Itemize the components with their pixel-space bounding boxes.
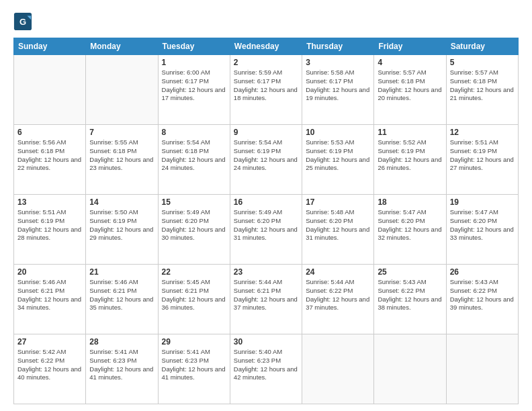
calendar-cell: 29Sunrise: 5:41 AM Sunset: 6:23 PM Dayli…	[158, 334, 230, 404]
day-info: Sunrise: 5:59 AM Sunset: 6:17 PM Dayligh…	[234, 68, 298, 103]
day-number: 17	[306, 197, 370, 207]
day-info: Sunrise: 5:47 AM Sunset: 6:20 PM Dayligh…	[378, 208, 442, 242]
calendar-cell: 23Sunrise: 5:44 AM Sunset: 6:21 PM Dayli…	[230, 265, 302, 334]
day-number: 29	[162, 337, 226, 347]
calendar-cell: 27Sunrise: 5:42 AM Sunset: 6:22 PM Dayli…	[14, 334, 86, 404]
day-info: Sunrise: 5:46 AM Sunset: 6:21 PM Dayligh…	[89, 278, 154, 312]
day-info: Sunrise: 5:46 AM Sunset: 6:21 PM Dayligh…	[17, 278, 82, 312]
calendar-cell: 4Sunrise: 5:57 AM Sunset: 6:18 PM Daylig…	[374, 55, 446, 125]
day-info: Sunrise: 5:51 AM Sunset: 6:19 PM Dayligh…	[17, 208, 82, 242]
calendar-cell: 25Sunrise: 5:43 AM Sunset: 6:22 PM Dayli…	[374, 265, 446, 334]
day-number: 10	[306, 128, 370, 137]
week-row-4: 20Sunrise: 5:46 AM Sunset: 6:21 PM Dayli…	[14, 265, 519, 334]
calendar-cell: 22Sunrise: 5:45 AM Sunset: 6:21 PM Dayli…	[158, 265, 230, 334]
day-info: Sunrise: 5:44 AM Sunset: 6:21 PM Dayligh…	[234, 278, 298, 312]
weekday-header-saturday: Saturday	[446, 38, 518, 55]
day-info: Sunrise: 5:57 AM Sunset: 6:18 PM Dayligh…	[378, 68, 442, 103]
day-info: Sunrise: 5:49 AM Sunset: 6:20 PM Dayligh…	[234, 208, 298, 242]
calendar-cell: 5Sunrise: 5:57 AM Sunset: 6:18 PM Daylig…	[446, 55, 518, 125]
svg-text:G: G	[19, 17, 26, 27]
week-row-2: 6Sunrise: 5:56 AM Sunset: 6:18 PM Daylig…	[14, 125, 519, 195]
day-number: 3	[306, 58, 370, 67]
calendar-cell: 3Sunrise: 5:58 AM Sunset: 6:17 PM Daylig…	[302, 55, 374, 125]
day-info: Sunrise: 5:42 AM Sunset: 6:22 PM Dayligh…	[17, 348, 82, 382]
calendar-cell: 9Sunrise: 5:54 AM Sunset: 6:19 PM Daylig…	[230, 125, 302, 195]
day-info: Sunrise: 5:54 AM Sunset: 6:19 PM Dayligh…	[234, 138, 298, 173]
day-number: 8	[162, 128, 226, 137]
day-info: Sunrise: 5:58 AM Sunset: 6:17 PM Dayligh…	[306, 68, 370, 103]
day-info: Sunrise: 5:53 AM Sunset: 6:19 PM Dayligh…	[306, 138, 370, 173]
day-number: 2	[234, 58, 298, 67]
calendar-cell: 16Sunrise: 5:49 AM Sunset: 6:20 PM Dayli…	[230, 195, 302, 265]
calendar-cell: 2Sunrise: 5:59 AM Sunset: 6:17 PM Daylig…	[230, 55, 302, 125]
day-number: 18	[378, 197, 442, 207]
calendar-cell: 20Sunrise: 5:46 AM Sunset: 6:21 PM Dayli…	[14, 265, 86, 334]
weekday-header-tuesday: Tuesday	[158, 38, 230, 55]
day-info: Sunrise: 5:56 AM Sunset: 6:18 PM Dayligh…	[17, 138, 82, 173]
calendar-cell: 8Sunrise: 5:54 AM Sunset: 6:18 PM Daylig…	[158, 125, 230, 195]
calendar-cell: 24Sunrise: 5:44 AM Sunset: 6:22 PM Dayli…	[302, 265, 374, 334]
day-number: 19	[450, 197, 515, 207]
header: G	[13, 12, 519, 31]
day-number: 24	[306, 267, 370, 277]
calendar-cell: 1Sunrise: 6:00 AM Sunset: 6:17 PM Daylig…	[158, 55, 230, 125]
day-number: 26	[450, 267, 515, 277]
calendar-cell	[14, 55, 86, 125]
calendar-cell: 15Sunrise: 5:49 AM Sunset: 6:20 PM Dayli…	[158, 195, 230, 265]
day-number: 28	[89, 337, 154, 347]
calendar-cell: 12Sunrise: 5:51 AM Sunset: 6:19 PM Dayli…	[446, 125, 518, 195]
week-row-1: 1Sunrise: 6:00 AM Sunset: 6:17 PM Daylig…	[14, 55, 519, 125]
calendar-cell: 26Sunrise: 5:43 AM Sunset: 6:22 PM Dayli…	[446, 265, 518, 334]
week-row-5: 27Sunrise: 5:42 AM Sunset: 6:22 PM Dayli…	[14, 334, 519, 404]
day-info: Sunrise: 6:00 AM Sunset: 6:17 PM Dayligh…	[162, 68, 226, 103]
day-number: 21	[89, 267, 154, 277]
day-number: 9	[234, 128, 298, 137]
calendar-table: SundayMondayTuesdayWednesdayThursdayFrid…	[13, 38, 519, 404]
day-number: 22	[162, 267, 226, 277]
day-number: 6	[17, 128, 82, 137]
day-info: Sunrise: 5:43 AM Sunset: 6:22 PM Dayligh…	[378, 278, 442, 312]
day-number: 14	[89, 197, 154, 207]
day-info: Sunrise: 5:51 AM Sunset: 6:19 PM Dayligh…	[450, 138, 515, 173]
day-number: 11	[378, 128, 442, 137]
day-info: Sunrise: 5:45 AM Sunset: 6:21 PM Dayligh…	[162, 278, 226, 312]
logo: G	[13, 12, 34, 31]
weekday-header-thursday: Thursday	[302, 38, 374, 55]
day-number: 5	[450, 58, 515, 67]
weekday-header-monday: Monday	[86, 38, 158, 55]
day-number: 13	[17, 197, 82, 207]
day-number: 1	[162, 58, 226, 67]
day-number: 16	[234, 197, 298, 207]
calendar-cell	[446, 334, 518, 404]
calendar-cell: 14Sunrise: 5:50 AM Sunset: 6:19 PM Dayli…	[86, 195, 158, 265]
calendar-cell: 6Sunrise: 5:56 AM Sunset: 6:18 PM Daylig…	[14, 125, 86, 195]
day-info: Sunrise: 5:52 AM Sunset: 6:19 PM Dayligh…	[378, 138, 442, 173]
day-info: Sunrise: 5:43 AM Sunset: 6:22 PM Dayligh…	[450, 278, 515, 312]
day-info: Sunrise: 5:57 AM Sunset: 6:18 PM Dayligh…	[450, 68, 515, 103]
day-info: Sunrise: 5:54 AM Sunset: 6:18 PM Dayligh…	[162, 138, 226, 173]
day-info: Sunrise: 5:55 AM Sunset: 6:18 PM Dayligh…	[89, 138, 154, 173]
day-info: Sunrise: 5:49 AM Sunset: 6:20 PM Dayligh…	[162, 208, 226, 242]
weekday-header-row: SundayMondayTuesdayWednesdayThursdayFrid…	[14, 38, 519, 55]
day-info: Sunrise: 5:47 AM Sunset: 6:20 PM Dayligh…	[450, 208, 515, 242]
calendar-cell: 21Sunrise: 5:46 AM Sunset: 6:21 PM Dayli…	[86, 265, 158, 334]
week-row-3: 13Sunrise: 5:51 AM Sunset: 6:19 PM Dayli…	[14, 195, 519, 265]
weekday-header-wednesday: Wednesday	[230, 38, 302, 55]
calendar-cell	[86, 55, 158, 125]
calendar-cell: 30Sunrise: 5:40 AM Sunset: 6:23 PM Dayli…	[230, 334, 302, 404]
day-number: 12	[450, 128, 515, 137]
day-info: Sunrise: 5:41 AM Sunset: 6:23 PM Dayligh…	[89, 348, 154, 382]
day-number: 27	[17, 337, 82, 347]
weekday-header-sunday: Sunday	[14, 38, 86, 55]
day-info: Sunrise: 5:44 AM Sunset: 6:22 PM Dayligh…	[306, 278, 370, 312]
day-info: Sunrise: 5:41 AM Sunset: 6:23 PM Dayligh…	[162, 348, 226, 382]
calendar-cell: 28Sunrise: 5:41 AM Sunset: 6:23 PM Dayli…	[86, 334, 158, 404]
weekday-header-friday: Friday	[374, 38, 446, 55]
calendar-cell: 13Sunrise: 5:51 AM Sunset: 6:19 PM Dayli…	[14, 195, 86, 265]
day-number: 20	[17, 267, 82, 277]
day-number: 4	[378, 58, 442, 67]
day-number: 7	[89, 128, 154, 137]
day-number: 30	[234, 337, 298, 347]
calendar-cell: 7Sunrise: 5:55 AM Sunset: 6:18 PM Daylig…	[86, 125, 158, 195]
calendar-cell: 17Sunrise: 5:48 AM Sunset: 6:20 PM Dayli…	[302, 195, 374, 265]
